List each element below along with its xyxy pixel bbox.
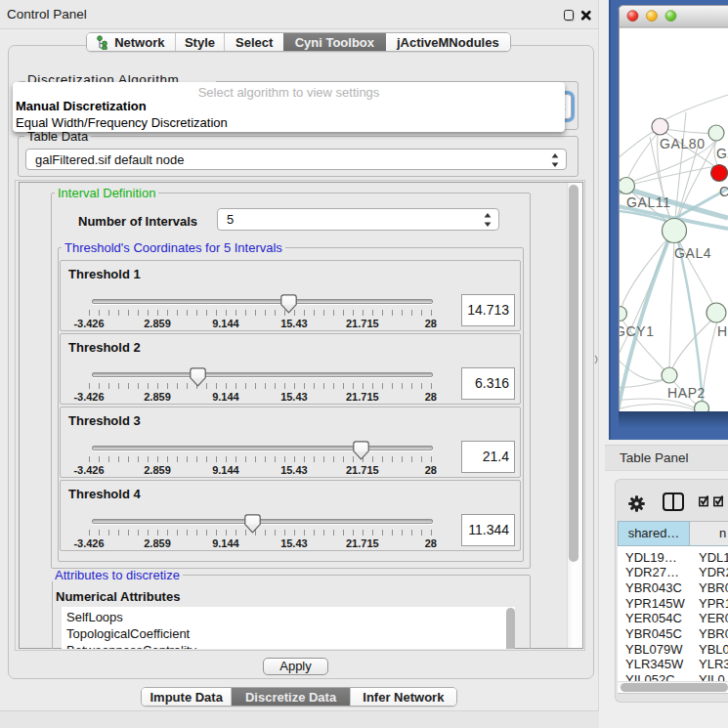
svg-text:C: C [719,184,728,199]
svg-text:H: H [717,323,728,339]
svg-text:GAL4: GAL4 [674,245,711,261]
svg-text:GAL80: GAL80 [660,136,706,151]
svg-text:GCY1: GCY1 [615,323,655,339]
svg-text:GAL11: GAL11 [626,194,671,210]
svg-text:GA: GA [716,146,728,161]
svg-text:HAP2: HAP2 [667,385,706,401]
